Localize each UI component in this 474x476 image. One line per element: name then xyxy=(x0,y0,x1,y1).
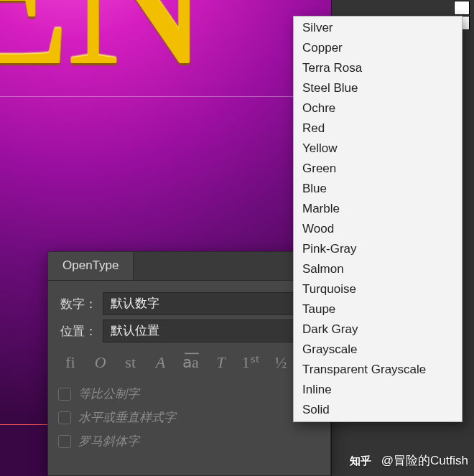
contextual-aa-icon[interactable]: a͞a xyxy=(179,350,203,375)
stylistic-st-icon[interactable]: st xyxy=(118,350,143,375)
checkbox-icon[interactable] xyxy=(58,435,71,448)
material-dropdown-menu: Silver Copper Terra Rosa Steel Blue Ochr… xyxy=(293,16,463,422)
menu-item-blue[interactable]: Blue xyxy=(294,179,462,199)
menu-item-red[interactable]: Red xyxy=(294,118,462,139)
menu-item-transparent-grayscale[interactable]: Transparent Grayscale xyxy=(294,360,462,380)
smallcaps-t-icon[interactable]: T xyxy=(208,350,233,375)
swatch-thumb-1[interactable] xyxy=(454,1,470,15)
check-roman-italic[interactable]: 罗马斜体字 xyxy=(55,433,323,449)
panel-tabbar: OpenType xyxy=(48,252,330,281)
check-label: 水平或垂直样式字 xyxy=(78,409,176,426)
menu-item-solid[interactable]: Solid xyxy=(294,400,462,420)
menu-item-green[interactable]: Green xyxy=(294,159,462,179)
opentype-icon-row: fi O st A a͞a T 1ˢᵗ ½ a xyxy=(55,350,323,375)
field-position[interactable]: 默认位置 xyxy=(103,319,323,342)
menu-item-pink-gray[interactable]: Pink-Gray xyxy=(294,239,462,259)
titling-a-icon[interactable]: A xyxy=(149,350,173,375)
check-hv-style[interactable]: 水平或垂直样式字 xyxy=(55,409,323,426)
menu-item-yellow[interactable]: Yellow xyxy=(294,139,462,159)
panel-body: 数字： 默认数字 位置： 默认位置 fi O st A a͞a T 1ˢᵗ ½ … xyxy=(48,281,330,449)
check-proportional-metrics[interactable]: 等比公制字 xyxy=(55,386,323,402)
check-label: 罗马斜体字 xyxy=(78,433,139,449)
tab-opentype[interactable]: OpenType xyxy=(48,251,134,280)
menu-item-ochre[interactable]: Ochre xyxy=(294,98,462,118)
watermark-byline: @冒险的Cutfish xyxy=(381,452,468,469)
menu-item-taupe[interactable]: Taupe xyxy=(294,299,462,319)
menu-item-turquoise[interactable]: Turquoise xyxy=(294,279,462,299)
menu-item-salmon[interactable]: Salmon xyxy=(294,259,462,279)
field-numbers[interactable]: 默认数字 xyxy=(103,292,323,315)
menu-item-dark-gray[interactable]: Dark Gray xyxy=(294,319,462,340)
label-position: 位置： xyxy=(55,323,97,340)
fraction-half-icon[interactable]: ½ xyxy=(269,350,293,375)
menu-item-silver[interactable]: Silver xyxy=(294,18,462,38)
row-numbers: 数字： 默认数字 xyxy=(55,292,323,315)
check-label: 等比公制字 xyxy=(78,386,139,402)
menu-item-copper[interactable]: Copper xyxy=(294,38,462,58)
opentype-panel: OpenType 数字： 默认数字 位置： 默认位置 fi O st A a͞a… xyxy=(47,251,331,476)
row-position: 位置： 默认位置 xyxy=(55,319,323,342)
ligature-fi-icon[interactable]: fi xyxy=(58,350,83,375)
menu-item-marble[interactable]: Marble xyxy=(294,199,462,219)
menu-item-inline[interactable]: Inline xyxy=(294,380,462,400)
menu-item-steel-blue[interactable]: Steel Blue xyxy=(294,78,462,98)
swash-icon[interactable]: O xyxy=(88,350,113,375)
watermark: 知乎 @冒险的Cutfish xyxy=(350,452,468,469)
menu-item-wood[interactable]: Wood xyxy=(294,219,462,239)
zhihu-logo: 知乎 xyxy=(350,454,377,467)
menu-item-terra-rosa[interactable]: Terra Rosa xyxy=(294,58,462,78)
checkbox-icon[interactable] xyxy=(58,411,71,424)
baseline-guide xyxy=(0,96,331,97)
menu-item-grayscale[interactable]: Grayscale xyxy=(294,340,462,360)
ordinal-1st-icon[interactable]: 1ˢᵗ xyxy=(238,350,263,375)
label-numbers: 数字： xyxy=(55,296,97,312)
checkbox-icon[interactable] xyxy=(58,388,71,401)
